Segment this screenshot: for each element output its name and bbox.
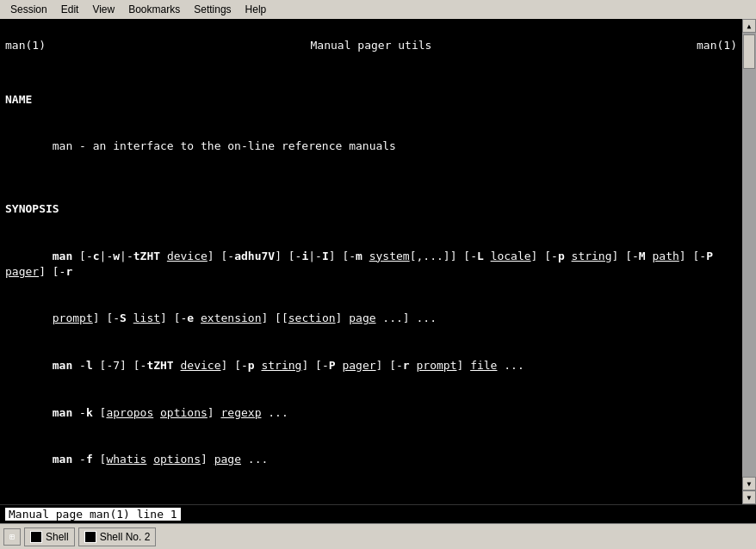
shell-button-label: Shell bbox=[46, 531, 69, 543]
menu-view[interactable]: View bbox=[85, 2, 121, 17]
scroll-down-button-2[interactable]: ▼ bbox=[742, 490, 756, 504]
taskbar: ⊞ Shell Shell No. 2 bbox=[0, 523, 756, 549]
shell2-button[interactable]: Shell No. 2 bbox=[78, 527, 157, 546]
section-name: NAME bbox=[5, 93, 32, 106]
man-header-right: man(1) bbox=[697, 38, 737, 53]
shell-button[interactable]: Shell bbox=[24, 527, 75, 546]
scroll-down-button-1[interactable]: ▼ bbox=[742, 477, 756, 490]
menubar: Session Edit View Bookmarks Settings Hel… bbox=[0, 0, 756, 19]
statusbar: Manual page man(1) line 1 bbox=[0, 504, 756, 523]
terminal-wrapper: man(1) Manual pager utils man(1) NAME ma… bbox=[0, 19, 756, 504]
scroll-up-button[interactable]: ▲ bbox=[742, 19, 756, 33]
section-synopsis: SYNOPSIS bbox=[5, 202, 59, 215]
man-page-body: NAME man - an interface to the on-line r… bbox=[5, 77, 737, 504]
scroll-track[interactable] bbox=[742, 33, 756, 477]
taskbar-app-icon[interactable]: ⊞ bbox=[3, 528, 21, 546]
menu-session[interactable]: Session bbox=[3, 2, 54, 17]
scrollbar: ▲ ▼ ▼ bbox=[742, 19, 756, 504]
menu-help[interactable]: Help bbox=[239, 2, 274, 17]
menu-edit[interactable]: Edit bbox=[54, 2, 86, 17]
scroll-thumb[interactable] bbox=[743, 34, 755, 69]
menu-bookmarks[interactable]: Bookmarks bbox=[121, 2, 187, 17]
terminal-content: man(1) Manual pager utils man(1) NAME ma… bbox=[0, 19, 742, 504]
man-header-left: man(1) bbox=[5, 38, 46, 53]
shell2-terminal-icon bbox=[84, 531, 96, 543]
man-header-center: Manual pager utils bbox=[311, 38, 432, 53]
menu-settings[interactable]: Settings bbox=[187, 2, 238, 17]
statusbar-text: Manual page man(1) line 1 bbox=[5, 508, 181, 521]
shell2-button-label: Shell No. 2 bbox=[100, 531, 151, 543]
shell-terminal-icon bbox=[30, 531, 42, 543]
man-page-header: man(1) Manual pager utils man(1) bbox=[5, 38, 737, 53]
